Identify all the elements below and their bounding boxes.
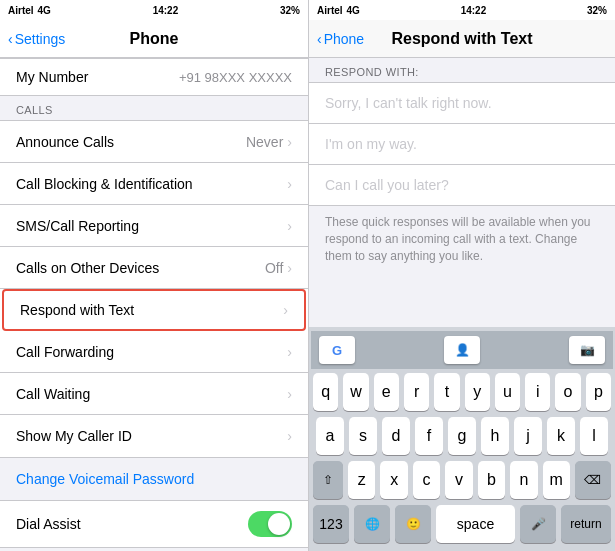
call-forwarding-row[interactable]: Call Forwarding › [0,331,308,373]
delete-key[interactable]: ⌫ [575,461,611,499]
globe-key[interactable]: 🌐 [354,505,390,543]
calls-other-devices-row[interactable]: Calls on Other Devices Off › [0,247,308,289]
respond-section-header: RESPOND WITH: [309,58,615,82]
keyboard: G 👤 📷 q w e r t y u i o p [309,327,615,551]
shift-key[interactable]: ⇧ [313,461,343,499]
left-back-button[interactable]: ‹ Settings [8,31,65,47]
call-forwarding-label: Call Forwarding [16,344,287,360]
sms-call-reporting-row[interactable]: SMS/Call Reporting › [0,205,308,247]
key-y[interactable]: y [465,373,490,411]
dial-assist-toggle[interactable] [248,511,292,537]
key-u[interactable]: u [495,373,520,411]
key-x[interactable]: x [380,461,407,499]
respond-with-text-row[interactable]: Respond with Text › [2,289,306,331]
right-status-bar: Airtel 4G 14:22 32% [309,0,615,20]
key-i[interactable]: i [525,373,550,411]
dial-assist-row: Dial Assist [0,500,308,548]
my-number-label: My Number [16,69,88,85]
show-caller-id-chevron-icon: › [287,428,292,444]
key-n[interactable]: n [510,461,537,499]
left-nav-title: Phone [130,30,179,48]
left-status-right: 32% [280,5,300,16]
key-m[interactable]: m [543,461,570,499]
call-waiting-row[interactable]: Call Waiting › [0,373,308,415]
left-status-left: Airtel 4G [8,5,51,16]
key-w[interactable]: w [343,373,368,411]
key-z[interactable]: z [348,461,375,499]
toggle-thumb [268,513,290,535]
settings-group: Announce Calls Never › Call Blocking & I… [0,120,308,458]
call-waiting-label: Call Waiting [16,386,287,402]
key-f[interactable]: f [415,417,443,455]
contacts-icon[interactable]: 👤 [444,336,480,364]
camera-symbol: 📷 [580,343,595,357]
key-q[interactable]: q [313,373,338,411]
key-g[interactable]: g [448,417,476,455]
left-nav-bar: ‹ Settings Phone [0,20,308,58]
google-search-icon[interactable]: G [319,336,355,364]
announce-calls-row[interactable]: Announce Calls Never › [0,121,308,163]
respond-with-text-label: Respond with Text [20,302,283,318]
key-j[interactable]: j [514,417,542,455]
voicemail-link[interactable]: Change Voicemail Password [16,471,194,487]
announce-calls-value: Never [246,134,283,150]
right-back-label[interactable]: Phone [324,31,364,47]
left-network: 4G [38,5,51,16]
key-a[interactable]: a [316,417,344,455]
call-forwarding-chevron-icon: › [287,344,292,360]
right-network: 4G [347,5,360,16]
space-key[interactable]: space [436,505,515,543]
calls-other-devices-chevron-icon: › [287,260,292,276]
key-d[interactable]: d [382,417,410,455]
key-k[interactable]: k [547,417,575,455]
voicemail-section: Change Voicemail Password [0,458,308,500]
key-e[interactable]: e [374,373,399,411]
key-v[interactable]: v [445,461,472,499]
key-b[interactable]: b [478,461,505,499]
respond-description: These quick responses will be available … [309,206,615,272]
key-l[interactable]: l [580,417,608,455]
return-key[interactable]: return [561,505,611,543]
calls-section-header: CALLS [0,96,308,120]
key-row-4: 123 🌐 🙂 space 🎤 return [313,505,611,543]
key-r[interactable]: r [404,373,429,411]
emoji-key[interactable]: 🙂 [395,505,431,543]
key-row-1: q w e r t y u i o p [313,373,611,411]
left-battery: 32% [280,5,300,16]
respond-with-text-chevron-icon: › [283,302,288,318]
right-battery: 32% [587,5,607,16]
respond-content: RESPOND WITH: Sorry, I can't talk right … [309,58,615,327]
respond-row-3[interactable]: Can I call you later? [309,165,615,205]
number-mode-key[interactable]: 123 [313,505,349,543]
left-settings-content: My Number +91 98XXX XXXXX CALLS Announce… [0,58,308,551]
right-status-left: Airtel 4G [317,5,360,16]
key-c[interactable]: c [413,461,440,499]
left-time: 14:22 [153,5,179,16]
respond-row-2[interactable]: I'm on my way. [309,124,615,165]
my-number-value: +91 98XXX XXXXX [179,70,292,85]
respond-group: Sorry, I can't talk right now. I'm on my… [309,82,615,206]
call-blocking-row[interactable]: Call Blocking & Identification › [0,163,308,205]
show-caller-id-row[interactable]: Show My Caller ID › [0,415,308,457]
keyboard-toolbar: G 👤 📷 [311,331,613,369]
key-s[interactable]: s [349,417,377,455]
key-p[interactable]: p [586,373,611,411]
camera-icon[interactable]: 📷 [569,336,605,364]
right-back-button[interactable]: ‹ Phone [317,31,364,47]
left-carrier: Airtel [8,5,34,16]
respond-row-1[interactable]: Sorry, I can't talk right now. [309,83,615,124]
key-row-2: a s d f g h j k l [313,417,611,455]
left-chevron-icon: ‹ [8,31,13,47]
call-waiting-chevron-icon: › [287,386,292,402]
dial-assist-label: Dial Assist [16,516,248,532]
left-back-label[interactable]: Settings [15,31,66,47]
mic-key[interactable]: 🎤 [520,505,556,543]
right-status-right: 32% [587,5,607,16]
key-o[interactable]: o [555,373,580,411]
right-nav-bar: ‹ Phone Respond with Text [309,20,615,58]
respond-text-1: Sorry, I can't talk right now. [325,95,492,111]
keyboard-rows: q w e r t y u i o p a s d f g h j k [311,369,613,547]
g-logo: G [332,343,342,358]
key-h[interactable]: h [481,417,509,455]
key-t[interactable]: t [434,373,459,411]
